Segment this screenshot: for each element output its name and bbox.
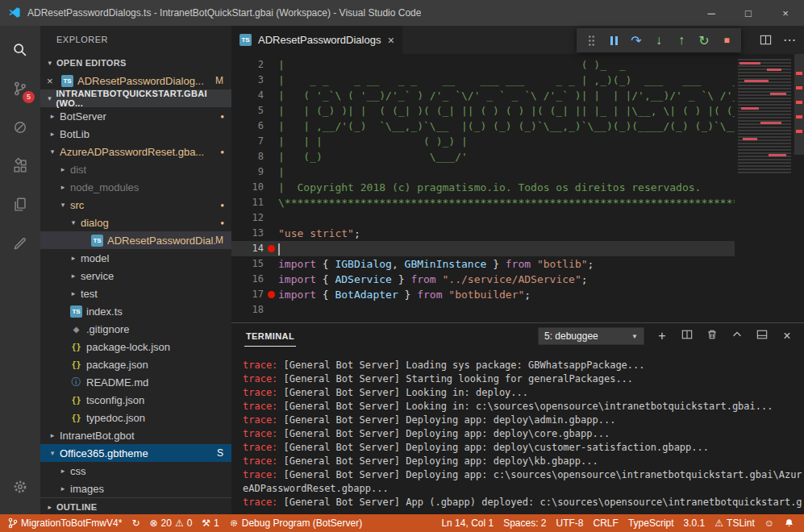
tree-item-images[interactable]: ▸images: [40, 480, 231, 497]
breakpoint-icon[interactable]: [264, 241, 278, 256]
close-icon: ×: [783, 329, 790, 343]
close-tab-icon[interactable]: ×: [388, 34, 394, 47]
stop-button[interactable]: ■: [715, 28, 738, 52]
open-editors-header[interactable]: ▾ OPEN EDITORS: [40, 54, 231, 72]
line-number: 14: [231, 241, 264, 256]
edit-icon[interactable]: [0, 224, 40, 263]
debug-status-item[interactable]: Debug Program (BotServer): [224, 514, 367, 532]
typescript-version[interactable]: 3.0.1: [679, 514, 710, 532]
terminal-tab[interactable]: TERMINAL: [244, 326, 296, 347]
tree-item-botlib[interactable]: ▸BotLib: [40, 125, 231, 143]
tree-item-dist[interactable]: ▸dist: [40, 160, 231, 178]
source-control-icon[interactable]: 5: [0, 69, 40, 108]
scrollbar-thumb[interactable]: [794, 54, 804, 155]
outline-header[interactable]: ▸ OUTLINE: [40, 497, 231, 514]
cursor-position[interactable]: Ln 14, Col 1: [436, 514, 498, 532]
maximize-panel-button[interactable]: [730, 327, 744, 345]
new-terminal-button[interactable]: +: [655, 327, 669, 345]
chevron-right-icon: ▸: [57, 165, 69, 173]
tree-item-office365-gbtheme[interactable]: ▾Office365.gbthemeS: [40, 444, 231, 462]
split-editor-icon[interactable]: [760, 34, 772, 46]
debug-icon[interactable]: [0, 108, 40, 147]
pause-button[interactable]: [602, 28, 625, 52]
close-panel-button[interactable]: ×: [780, 327, 794, 345]
restart-button[interactable]: ↻: [693, 28, 715, 52]
toggle-panel-button[interactable]: [755, 327, 769, 345]
tree-item-index-ts[interactable]: TSindex.ts: [40, 302, 231, 320]
more-actions-icon[interactable]: ⋯: [783, 32, 796, 48]
code-editor[interactable]: 2| ( )_ _ |3| _ _ _ __ _ _ __ ___ ___ _ …: [231, 54, 804, 322]
terminal-output[interactable]: trace: [General Bot Server] Loading sys …: [231, 349, 804, 509]
editor-scrollbar[interactable]: [794, 54, 804, 322]
editor-actions: ⋯: [760, 26, 796, 54]
step-over-button[interactable]: ↷: [625, 28, 648, 52]
drag-grip-handle[interactable]: [580, 28, 602, 52]
split-terminal-button[interactable]: [680, 327, 694, 345]
log-text: [General Bot Server] Deploying app: c:\s…: [243, 469, 802, 494]
workspace-header[interactable]: ▾ INTRANETBOTQUICKSTART.GBAI (WO...: [40, 89, 231, 107]
tree-item-src[interactable]: ▾src●: [40, 196, 231, 214]
tree-item-test[interactable]: ▸test: [40, 285, 231, 302]
kill-terminal-button[interactable]: [705, 327, 719, 345]
encoding[interactable]: UTF-8: [552, 514, 589, 532]
log-level-trace: trace:: [243, 497, 277, 508]
code-text: import { ADService } from "../service/AD…: [278, 272, 588, 287]
git-status-badge: M: [215, 75, 227, 86]
tree-item-gitignore[interactable]: ◆.gitignore: [40, 320, 231, 338]
code-text: | ( '_`\ ( '__)/'_` ) /'_ `\/' _ ` _ `\ …: [278, 88, 777, 103]
tree-item-adresetpassworddial[interactable]: TSADResetPasswordDial...M: [40, 231, 231, 249]
problems-item[interactable]: ⊗ 20 ⚠ 0: [144, 514, 197, 532]
step-out-button[interactable]: ↑: [670, 28, 693, 52]
git-branch-item[interactable]: MigrationToBotFmwV4*: [3, 514, 127, 532]
tree-item-azureadpasswordreset-gba[interactable]: ▾AzureADPasswordReset.gba...●: [40, 143, 231, 160]
workspace-label: INTRANETBOTQUICKSTART.GBAI (WO...: [56, 89, 231, 108]
minimap-error-mark: [739, 62, 760, 64]
maximize-button[interactable]: □: [730, 0, 767, 26]
tree-item-dialog[interactable]: ▾dialog●: [40, 214, 231, 231]
tab-adresetpassworddialogs-ts[interactable]: TS ADResetPasswordDialogs.ts ×: [231, 26, 402, 54]
tree-item-intranetbot-gbot[interactable]: ▸IntranetBot.gbot: [40, 426, 231, 444]
git-status-badge: S: [217, 447, 227, 459]
feedback-smiley-icon[interactable]: ☺: [760, 514, 779, 532]
breakpoint-icon[interactable]: [264, 287, 278, 302]
settings-gear-icon[interactable]: [0, 468, 40, 506]
line-number: 18: [231, 302, 264, 318]
tree-item-package-lock-json[interactable]: {}package-lock.json: [40, 338, 231, 355]
open-editor-item[interactable]: ×TSADResetPasswordDialog...M: [40, 72, 231, 89]
minimap[interactable]: [735, 54, 794, 322]
sync-button[interactable]: ↻: [127, 514, 144, 532]
code-text: [278, 241, 280, 256]
tree-item-readme-md[interactable]: ⓘREADME.md: [40, 373, 231, 391]
log-text: [General Bot Server] Loading sys package…: [277, 360, 644, 371]
code-text: | | | ( )_) | |: [278, 134, 777, 149]
tree-item-tsconfig-json[interactable]: {}tsconfig.json: [40, 391, 231, 409]
tree-item-node-modules[interactable]: ▸node_modules: [40, 178, 231, 196]
tree-item-label: package.json: [86, 359, 148, 371]
language-mode[interactable]: TypeScript: [623, 514, 679, 532]
search-icon[interactable]: [0, 31, 40, 69]
notifications-bell-icon[interactable]: [779, 514, 799, 532]
code-text: | Copyright 2018 (c) pragmatismo.io. Tod…: [278, 180, 777, 195]
tree-item-css[interactable]: ▸css: [40, 462, 231, 480]
window-title: ADResetPasswordDialogs.ts - IntranetBotQ…: [27, 7, 421, 19]
tree-item-service[interactable]: ▸service: [40, 267, 231, 285]
kill-terminal-icon: [706, 329, 718, 343]
breakpoint-margin: [264, 57, 278, 73]
indentation[interactable]: Spaces: 2: [498, 514, 551, 532]
terminal-selector[interactable]: 5: debuggee ▼: [538, 327, 644, 345]
tslint-item[interactable]: ⚠ TSLint: [710, 514, 759, 532]
close-button[interactable]: ×: [767, 0, 804, 26]
tree-item-model[interactable]: ▸model: [40, 249, 231, 267]
scrollbar-error-mark: [796, 130, 802, 133]
gear-icon: [229, 518, 239, 528]
tree-item-typedoc-json[interactable]: {}typedoc.json: [40, 409, 231, 426]
step-into-button[interactable]: ↓: [648, 28, 670, 52]
close-icon[interactable]: ×: [47, 75, 59, 87]
eol-sequence[interactable]: CRLF: [589, 514, 623, 532]
extensions-icon[interactable]: [0, 147, 40, 185]
documents-icon[interactable]: [0, 185, 40, 224]
tree-item-botserver[interactable]: ▸BotServer●: [40, 107, 231, 125]
tasks-item[interactable]: ⚒ 1: [197, 514, 223, 532]
minimize-button[interactable]: ─: [693, 0, 730, 26]
tree-item-package-json[interactable]: {}package.json: [40, 355, 231, 373]
